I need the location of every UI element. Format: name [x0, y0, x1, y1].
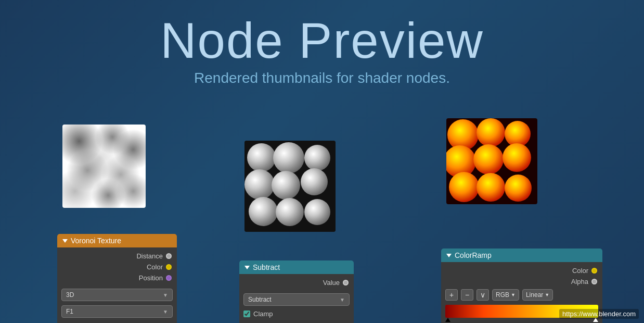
thumbnail-voronoi — [62, 125, 146, 208]
collapse-triangle-icon[interactable] — [62, 239, 68, 243]
clamp-checkbox[interactable] — [243, 310, 250, 317]
bubbles-texture-image — [244, 141, 336, 232]
ramp-header-label: ColorRamp — [455, 251, 492, 259]
position-label: Position — [139, 274, 163, 282]
node-header-colorramp[interactable]: ColorRamp — [441, 249, 602, 262]
voronoi-header-label: Voronoi Texture — [71, 237, 121, 245]
clamp-row: Clamp — [239, 308, 354, 320]
subtract-collapse-icon[interactable] — [244, 266, 250, 269]
node-voronoi: Voronoi Texture Distance Color Position … — [57, 234, 177, 323]
ramp-color-socket — [591, 268, 597, 274]
subtract-body: Value Subtract ▼ Clamp — [239, 274, 354, 323]
ramp-mode-arrow-icon: ▼ — [511, 292, 516, 297]
distance-socket — [166, 253, 172, 259]
thumbnail-subtract — [244, 141, 336, 232]
dimension-value: 3D — [66, 291, 74, 299]
nodes-area: Voronoi Texture Distance Color Position … — [0, 177, 644, 323]
output-color-row: Color — [57, 262, 177, 272]
ramp-arrow-button[interactable]: ∨ — [476, 289, 489, 301]
ramp-mode-value: RGB — [496, 291, 509, 299]
voronoi-body: Distance Color Position 3D ▼ F1 — [57, 247, 177, 323]
clamp-label: Clamp — [253, 310, 273, 318]
ramp-mode-dropdown[interactable]: RGB ▼ — [492, 289, 519, 301]
subtract-arrow-icon: ▼ — [340, 297, 345, 303]
add-stop-button[interactable]: + — [445, 289, 458, 301]
ramp-alpha-socket — [591, 279, 597, 284]
value-socket — [343, 280, 349, 285]
subtract-header-label: Subtract — [253, 263, 280, 271]
ramp-interpolation-arrow-icon: ▼ — [545, 292, 549, 297]
thumbnail-colorramp — [446, 118, 537, 204]
title-section: Node Preview Rendered thumbnails for sha… — [0, 0, 644, 86]
color-socket — [166, 264, 172, 270]
voronoi-dropdown1-row[interactable]: 3D ▼ — [57, 287, 177, 303]
ramp-interpolation-value: Linear — [526, 291, 543, 299]
main-title: Node Preview — [0, 16, 644, 66]
ramp-output-alpha-row: Alpha — [441, 276, 602, 287]
feature-arrow-icon: ▼ — [163, 309, 168, 315]
subtract-mode-value: Subtract — [248, 296, 272, 303]
ramp-controls-row: + − ∨ RGB ▼ Linear ▼ — [441, 287, 602, 303]
ramp-collapse-icon[interactable] — [446, 254, 452, 257]
hot-texture-image — [446, 118, 537, 204]
ramp-alpha-label: Alpha — [571, 278, 588, 285]
node-header-subtract[interactable]: Subtract — [239, 260, 354, 274]
ramp-color-label: Color — [572, 267, 588, 275]
node-header-voronoi[interactable]: Voronoi Texture — [57, 234, 177, 247]
feature-value: F1 — [66, 308, 73, 315]
color-label: Color — [147, 263, 163, 271]
dimension-arrow-icon: ▼ — [163, 292, 168, 298]
value-label: Value — [323, 279, 340, 287]
website-badge: https://www.blender.com — [559, 309, 639, 319]
subtract-mode-dropdown[interactable]: Subtract ▼ — [243, 293, 350, 306]
voronoi-texture-image — [62, 125, 146, 208]
voronoi-dimension-dropdown[interactable]: 3D ▼ — [61, 289, 173, 301]
subtract-dropdown-row[interactable]: Subtract ▼ — [239, 291, 354, 308]
subtitle: Rendered thumbnails for shader nodes. — [0, 70, 644, 86]
voronoi-dropdown2-row[interactable]: F1 ▼ — [57, 303, 177, 320]
output-value-row: Value — [239, 277, 354, 288]
distance-label: Distance — [136, 252, 163, 260]
position-socket — [166, 275, 172, 281]
voronoi-feature-dropdown[interactable]: F1 ▼ — [61, 305, 173, 318]
remove-stop-button[interactable]: − — [461, 289, 473, 301]
output-position-row: Position — [57, 272, 177, 283]
ramp-output-color-row: Color — [441, 265, 602, 276]
node-subtract: Subtract Value Subtract ▼ Clamp — [239, 260, 354, 323]
output-distance-row: Distance — [57, 251, 177, 262]
ramp-marker-left[interactable] — [445, 318, 450, 322]
ramp-interpolation-dropdown[interactable]: Linear ▼ — [522, 289, 553, 301]
